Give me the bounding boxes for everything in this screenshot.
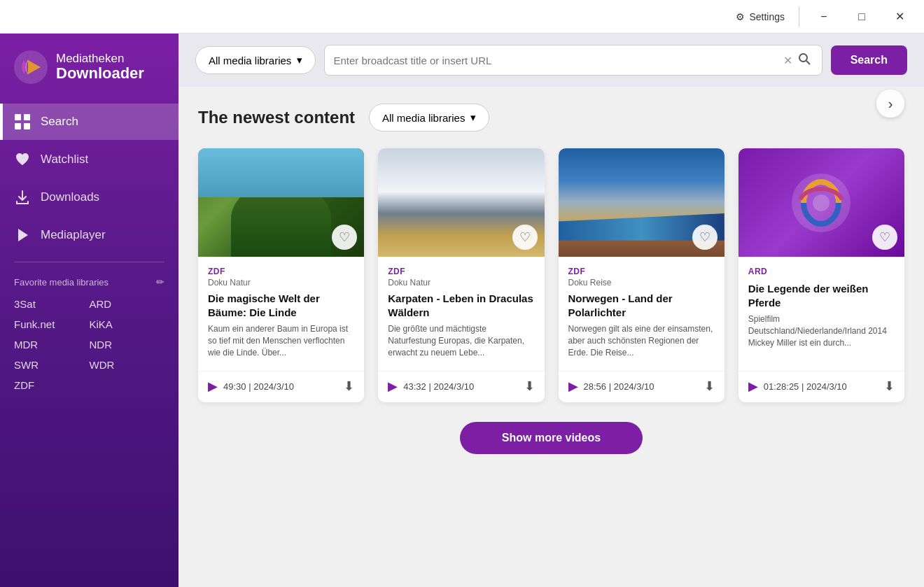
library-ndr[interactable]: NDR [90,335,165,354]
sidebar-watchlist-label: Watchlist [41,153,88,167]
search-button[interactable]: Search [831,45,907,75]
svg-point-10 [813,195,830,211]
clear-icon[interactable]: ✕ [780,51,795,70]
heart-icon [14,151,31,168]
card-footer-1: ▶ 49:30 | 2024/3/10 ⬇ [198,371,364,402]
download-button-2[interactable]: ⬇ [524,379,535,394]
card-title-4: Die Legende der weißen Pferde [748,282,895,309]
svg-rect-4 [15,123,21,129]
library-ard[interactable]: ARD [90,295,165,313]
sidebar-item-search[interactable]: Search [0,104,178,140]
card-body-3: ZDF Doku Reise Norwegen - Land der Polar… [559,257,724,365]
page-title: The newest content [198,108,355,127]
content-filter-label: All media libraries [382,112,465,124]
download-button-3[interactable]: ⬇ [704,379,715,394]
edit-icon[interactable]: ✏ [156,276,164,288]
logo-text-bottom: Downloader [56,65,144,82]
watchlist-add-button-4[interactable]: ♡ [872,225,897,250]
card-footer-left-4: ▶ 01:28:25 | 2024/3/10 [748,379,847,394]
main-content: The newest content All media libraries ▾… [178,87,924,587]
play-button-1[interactable]: ▶ [208,379,218,394]
library-kika[interactable]: KiKA [90,315,165,334]
ard-channel-logo [790,171,853,234]
card-channel-2: ZDF [388,267,534,276]
svg-marker-6 [18,229,28,241]
video-thumbnail-1: ♡ [198,148,364,257]
sidebar-libraries: 3Sat ARD Funk.net KiKA MDR NDR SWR WDR Z… [0,292,178,397]
card-body-4: ARD Die Legende der weißen Pferde Spielf… [738,257,904,365]
search-input-wrapper: ✕ [324,45,822,76]
video-thumbnail-4: ♡ [738,148,904,257]
card-title-1: Die magische Welt der Bäume: Die Linde [208,292,354,319]
sidebar-search-label: Search [41,115,78,129]
search-icon-button[interactable] [795,50,813,71]
search-input[interactable] [333,55,780,66]
close-button[interactable]: ✕ [883,6,916,28]
video-card-2: ♡ ZDF Doku Natur Karpaten - Leben in Dra… [378,148,544,402]
card-footer-3: ▶ 28:56 | 2024/3/10 ⬇ [559,371,724,402]
sidebar-item-mediaplayer[interactable]: Mediaplayer [0,217,178,253]
logo-text-top: Mediatheken [56,52,144,66]
library-wdr[interactable]: WDR [90,355,165,374]
library-zdf[interactable]: ZDF [14,376,90,395]
title-bar-controls: ⚙ Settings − □ ✕ [730,6,916,28]
card-duration-1: 49:30 | 2024/3/10 [223,381,294,392]
sidebar-item-watchlist[interactable]: Watchlist [0,141,178,178]
play-button-3[interactable]: ▶ [568,379,578,394]
card-title-3: Norwegen - Land der Polarlichter [568,292,715,319]
sidebar-navigation: Search Watchlist Downlo [0,104,178,253]
card-category-2: Doku Natur [388,278,534,288]
card-channel-4: ARD [748,267,895,276]
library-funk[interactable]: Funk.net [14,315,90,334]
card-title-2: Karpaten - Leben in Draculas Wäldern [388,292,534,319]
video-grid: ♡ ZDF Doku Natur Die magische Welt der B… [198,148,904,402]
grid-icon [14,113,31,130]
sidebar-favorites-section: Favorite media libraries ✏ [0,271,178,292]
watchlist-add-button-3[interactable]: ♡ [692,225,718,250]
content-filter-dropdown[interactable]: All media libraries ▾ [369,104,489,132]
content-area: All media libraries ▾ ✕ Search The newes… [178,34,924,587]
card-desc-3: Norwegen gilt als eine der einsamsten, a… [568,323,715,358]
title-bar: ⚙ Settings − □ ✕ [0,0,924,34]
card-body-1: ZDF Doku Natur Die magische Welt der Bäu… [198,257,364,365]
sidebar: Mediatheken Downloader Search [0,34,178,587]
download-button-1[interactable]: ⬇ [344,379,354,394]
video-card-4: ♡ ARD Die Legende der weißen Pferde Spie… [738,148,904,402]
settings-button[interactable]: ⚙ Settings [730,8,790,25]
app-body: Mediatheken Downloader Search [0,34,924,587]
minimize-button[interactable]: − [808,6,840,28]
card-duration-3: 28:56 | 2024/3/10 [584,381,654,392]
download-icon [14,189,31,206]
download-button-4[interactable]: ⬇ [884,379,895,394]
favorites-title: Favorite media libraries [14,277,108,288]
library-3sat[interactable]: 3Sat [14,295,90,313]
card-footer-2: ▶ 43:32 | 2024/3/10 ⬇ [378,371,544,402]
svg-line-8 [806,61,810,64]
chevron-down-icon-2: ▾ [470,111,476,124]
gear-icon: ⚙ [736,11,745,22]
show-more-button[interactable]: Show more videos [460,422,643,454]
settings-label: Settings [749,11,785,22]
card-desc-1: Kaum ein anderer Baum in Europa ist so t… [208,323,354,358]
card-footer-left-3: ▶ 28:56 | 2024/3/10 [568,379,654,394]
play-button-4[interactable]: ▶ [748,379,758,394]
library-filter-dropdown[interactable]: All media libraries ▾ [195,46,316,74]
svg-rect-3 [24,114,30,120]
next-arrow-button[interactable]: › [876,90,904,118]
card-category-3: Doku Reise [568,278,715,288]
play-button-2[interactable]: ▶ [388,379,398,394]
library-swr[interactable]: SWR [14,355,90,374]
sidebar-mediaplayer-label: Mediaplayer [41,228,106,242]
search-bar: All media libraries ▾ ✕ Search [178,34,924,87]
play-icon [14,227,31,243]
watchlist-add-button-1[interactable]: ♡ [332,225,357,250]
card-desc-4: Spielfilm Deutschland/Niederlande/Irland… [748,313,895,358]
card-footer-left-2: ▶ 43:32 | 2024/3/10 [388,379,474,394]
card-footer-4: ▶ 01:28:25 | 2024/3/10 ⬇ [738,371,904,402]
sidebar-item-downloads[interactable]: Downloads [0,179,178,215]
library-mdr[interactable]: MDR [14,335,90,354]
watchlist-add-button-2[interactable]: ♡ [512,225,538,250]
content-header: The newest content All media libraries ▾… [198,104,904,132]
maximize-button[interactable]: □ [846,6,878,28]
card-body-2: ZDF Doku Natur Karpaten - Leben in Dracu… [378,257,544,365]
